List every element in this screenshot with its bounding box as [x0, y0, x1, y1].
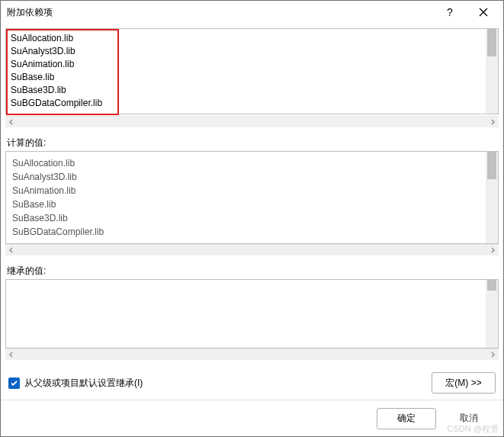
scrollbar-thumb[interactable]	[487, 280, 496, 291]
editor-container	[5, 28, 499, 114]
help-icon: ?	[447, 6, 453, 18]
dialog-window: 附加依赖项 ? 计算的值: SuAllocation.lib SuAnalyst…	[0, 0, 504, 437]
computed-values-list: SuAllocation.lib SuAnalyst3D.lib SuAnima…	[6, 152, 486, 243]
scrollbar-thumb[interactable]	[487, 152, 496, 179]
scroll-left-icon[interactable]	[7, 117, 16, 127]
inherited-vertical-scrollbar[interactable]	[486, 280, 498, 348]
scrollbar-thumb[interactable]	[487, 29, 496, 56]
inherit-checkbox[interactable]	[8, 378, 20, 389]
dialog-title: 附加依赖项	[7, 6, 433, 19]
inherit-checkbox-text: 从父级或项目默认设置继承(I)	[24, 377, 143, 390]
close-button[interactable]	[467, 2, 500, 23]
editor-vertical-scrollbar[interactable]	[486, 29, 498, 114]
scroll-right-icon[interactable]	[488, 350, 497, 359]
inherited-horizontal-scrollbar[interactable]	[5, 349, 499, 360]
macro-button[interactable]: 宏(M) >>	[432, 372, 496, 394]
help-button[interactable]: ?	[433, 2, 467, 23]
titlebar: 附加依赖项 ?	[1, 1, 503, 24]
computed-horizontal-scrollbar[interactable]	[5, 244, 499, 255]
ok-button[interactable]: 确定	[377, 408, 436, 429]
dialog-content: 计算的值: SuAllocation.lib SuAnalyst3D.lib S…	[1, 24, 503, 400]
inherited-values-box	[5, 279, 499, 349]
computed-label: 计算的值:	[5, 135, 499, 151]
inherited-values-list	[6, 280, 486, 348]
editor-horizontal-scrollbar[interactable]	[5, 116, 499, 127]
computed-vertical-scrollbar[interactable]	[486, 152, 498, 243]
cancel-button[interactable]: 取消	[442, 409, 496, 429]
scroll-left-icon[interactable]	[7, 350, 16, 359]
inherit-checkbox-label[interactable]: 从父级或项目默认设置继承(I)	[8, 377, 425, 390]
dialog-buttons-row: 确定 取消 CSDN @程贤	[1, 400, 503, 436]
close-icon	[478, 7, 489, 18]
computed-values-box: SuAllocation.lib SuAnalyst3D.lib SuAnima…	[5, 151, 499, 244]
scroll-right-icon[interactable]	[488, 117, 497, 127]
options-row: 从父级或项目默认设置继承(I) 宏(M) >>	[5, 363, 499, 400]
scroll-left-icon[interactable]	[7, 246, 16, 255]
dependencies-input[interactable]	[6, 29, 486, 114]
inherited-label: 继承的值:	[5, 263, 499, 279]
check-icon	[10, 379, 18, 387]
scroll-right-icon[interactable]	[488, 246, 497, 255]
